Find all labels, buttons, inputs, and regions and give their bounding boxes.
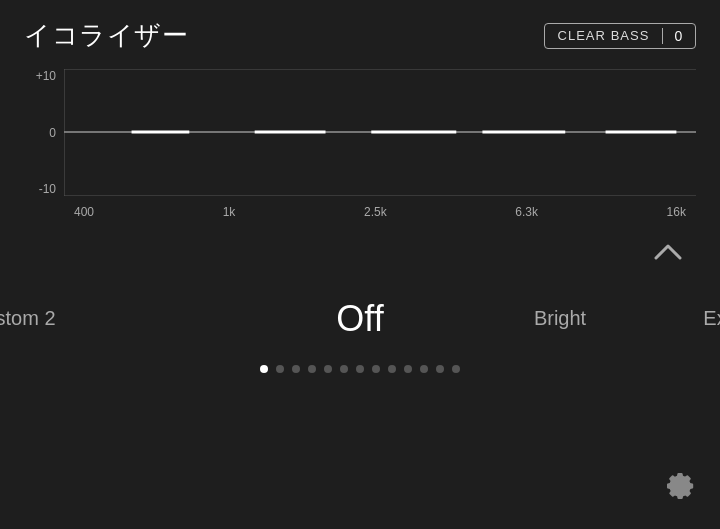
dot-1[interactable] <box>276 365 284 373</box>
chevron-up-button[interactable] <box>646 234 690 276</box>
x-label-1k: 1k <box>223 205 236 219</box>
chevron-up-icon <box>654 242 682 262</box>
dot-11[interactable] <box>436 365 444 373</box>
dot-7[interactable] <box>372 365 380 373</box>
preset-item-off[interactable]: Off <box>336 298 383 340</box>
y-label-bot: -10 <box>39 182 56 196</box>
y-axis: +10 0 -10 <box>24 69 62 196</box>
dot-5[interactable] <box>340 365 348 373</box>
eq-chart-svg-container <box>64 69 696 196</box>
eq-chart-container: +10 0 -10 400 <box>24 69 696 224</box>
clear-bass-label: CLEAR BASS <box>545 28 661 43</box>
dot-10[interactable] <box>420 365 428 373</box>
dot-12[interactable] <box>452 365 460 373</box>
x-label-63k: 6.3k <box>515 205 538 219</box>
chevron-area <box>0 224 720 276</box>
y-label-top: +10 <box>36 69 56 83</box>
dots-indicator <box>0 365 720 373</box>
dot-3[interactable] <box>308 365 316 373</box>
x-label-16k: 16k <box>667 205 686 219</box>
gear-icon <box>664 470 696 502</box>
x-label-400: 400 <box>74 205 94 219</box>
header: イコライザー CLEAR BASS 0 <box>0 0 720 63</box>
eq-svg <box>64 69 696 196</box>
dot-9[interactable] <box>404 365 412 373</box>
preset-item-custom2[interactable]: Custom 2 <box>0 307 56 330</box>
dot-4[interactable] <box>324 365 332 373</box>
x-label-25k: 2.5k <box>364 205 387 219</box>
preset-carousel[interactable]: Custom 2 Off Bright Exc <box>0 286 720 351</box>
x-axis: 400 1k 2.5k 6.3k 16k <box>64 200 696 224</box>
clear-bass-button[interactable]: CLEAR BASS 0 <box>544 23 696 49</box>
preset-item-bright[interactable]: Bright <box>534 307 586 330</box>
dot-0[interactable] <box>260 365 268 373</box>
page-title: イコライザー <box>24 18 188 53</box>
dot-6[interactable] <box>356 365 364 373</box>
clear-bass-value: 0 <box>662 28 696 44</box>
preset-item-exc[interactable]: Exc <box>703 307 720 330</box>
settings-button[interactable] <box>660 466 700 513</box>
y-label-mid: 0 <box>49 126 56 140</box>
dot-2[interactable] <box>292 365 300 373</box>
dot-8[interactable] <box>388 365 396 373</box>
settings-area <box>660 466 700 513</box>
